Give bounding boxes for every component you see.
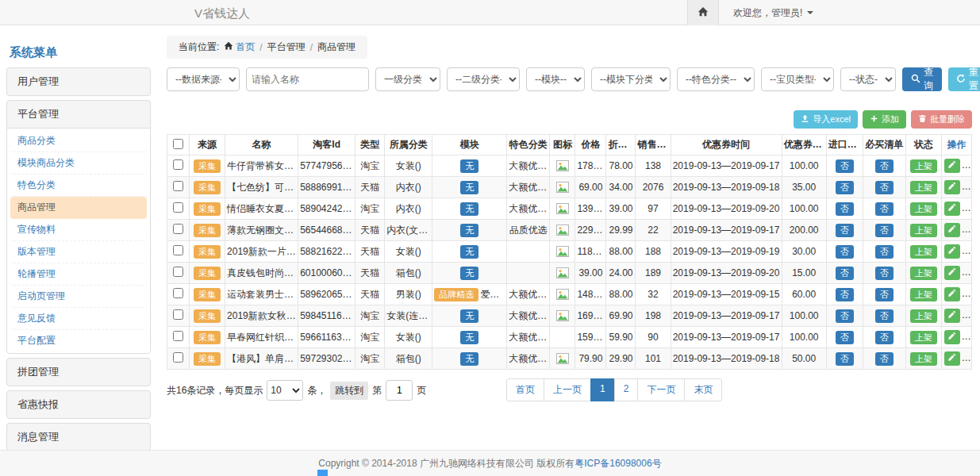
import-select-cell: 否 bbox=[826, 305, 863, 327]
must-buy-badge[interactable]: 否 bbox=[875, 159, 894, 173]
status-badge[interactable]: 上架 bbox=[910, 224, 937, 237]
filter-select[interactable]: --状态-- bbox=[840, 67, 896, 91]
row-checkbox[interactable] bbox=[173, 202, 183, 213]
edit-button[interactable] bbox=[944, 309, 960, 323]
pager-button[interactable]: 下一页 bbox=[637, 378, 685, 401]
select-all-checkbox[interactable] bbox=[173, 139, 183, 149]
import-excel-button[interactable]: 导入excel bbox=[794, 110, 858, 129]
edit-button[interactable] bbox=[944, 287, 960, 301]
status-badge[interactable]: 上架 bbox=[910, 309, 937, 323]
status-badge[interactable]: 上架 bbox=[910, 159, 937, 173]
edit-button[interactable] bbox=[944, 351, 960, 366]
coupon-amount-cell: 35.00 bbox=[782, 177, 826, 198]
status-badge[interactable]: 上架 bbox=[910, 331, 937, 344]
row-checkbox[interactable] bbox=[173, 245, 183, 255]
home-button[interactable] bbox=[687, 0, 719, 25]
import-select-badge[interactable]: 否 bbox=[836, 181, 854, 194]
sidebar-item[interactable]: 模块商品分类 bbox=[10, 152, 147, 175]
pager-button[interactable]: 上一页 bbox=[544, 378, 591, 401]
import-select-badge[interactable]: 否 bbox=[836, 331, 854, 344]
sidebar-item[interactable]: 商品分类 bbox=[10, 130, 147, 152]
sidebar-item[interactable]: 意见反馈 bbox=[10, 308, 147, 330]
reset-button[interactable]: 重置 bbox=[948, 67, 980, 91]
sidebar-item[interactable]: 版本管理 bbox=[10, 241, 147, 263]
import-select-badge[interactable]: 否 bbox=[836, 309, 854, 323]
sidebar-item[interactable]: 特色分类 bbox=[10, 175, 147, 197]
row-checkbox[interactable] bbox=[173, 181, 183, 191]
import-select-badge[interactable]: 否 bbox=[836, 288, 854, 301]
must-buy-badge[interactable]: 否 bbox=[875, 331, 894, 344]
must-buy-badge[interactable]: 否 bbox=[875, 245, 894, 259]
sidebar-group-heading[interactable]: 省惠快报 bbox=[7, 391, 150, 418]
pager-button[interactable]: 1 bbox=[590, 378, 615, 401]
filter-select[interactable]: --数据来源-- bbox=[167, 67, 240, 91]
sidebar-item[interactable]: 宣传物料 bbox=[10, 219, 147, 241]
sidebar-item[interactable]: 商品管理 bbox=[10, 197, 147, 219]
pager-button[interactable]: 末页 bbox=[684, 378, 722, 401]
filter-select[interactable]: --二级分类-- bbox=[447, 67, 520, 91]
search-button[interactable]: 查询 bbox=[902, 67, 942, 91]
icp-link[interactable]: 粤ICP备16098006号 bbox=[575, 457, 661, 470]
row-checkbox[interactable] bbox=[173, 224, 183, 234]
row-checkbox[interactable] bbox=[173, 309, 183, 320]
column-header: 销售数量 bbox=[636, 135, 671, 155]
import-select-badge[interactable]: 否 bbox=[836, 352, 854, 366]
status-badge[interactable]: 上架 bbox=[910, 181, 937, 194]
row-checkbox[interactable] bbox=[173, 288, 183, 298]
edit-button[interactable] bbox=[944, 180, 960, 194]
edit-button[interactable] bbox=[944, 159, 960, 173]
sidebar-item[interactable]: 启动页管理 bbox=[10, 286, 147, 308]
filter-select[interactable]: 一级分类 bbox=[375, 67, 440, 91]
name-search-input[interactable] bbox=[246, 67, 369, 91]
per-page-select[interactable]: 10 bbox=[267, 380, 303, 401]
status-badge[interactable]: 上架 bbox=[910, 352, 937, 366]
sidebar-group-heading[interactable]: 消息管理 bbox=[7, 424, 150, 451]
must-buy-badge[interactable]: 否 bbox=[875, 288, 894, 301]
status-badge[interactable]: 上架 bbox=[910, 202, 937, 216]
sidebar-group-heading[interactable]: 用户管理 bbox=[7, 68, 150, 95]
edit-button[interactable] bbox=[944, 223, 960, 237]
must-buy-badge[interactable]: 否 bbox=[875, 309, 894, 323]
page-number-input[interactable] bbox=[386, 380, 413, 401]
import-select-badge[interactable]: 否 bbox=[836, 224, 854, 237]
pager-button[interactable]: 2 bbox=[614, 378, 639, 401]
edit-button[interactable] bbox=[944, 330, 960, 344]
must-buy-badge[interactable]: 否 bbox=[875, 267, 894, 280]
pager-button[interactable]: 首页 bbox=[506, 378, 544, 401]
filter-select[interactable]: --宝贝类型-- bbox=[761, 67, 834, 91]
source-badge: 采集 bbox=[194, 267, 221, 280]
source-badge: 采集 bbox=[194, 309, 221, 323]
sidebar-item[interactable]: 轮播管理 bbox=[10, 263, 147, 286]
status-badge[interactable]: 上架 bbox=[910, 267, 937, 280]
edit-button[interactable] bbox=[944, 202, 960, 216]
row-checkbox[interactable] bbox=[173, 331, 183, 341]
import-select-badge[interactable]: 否 bbox=[836, 245, 854, 259]
add-button[interactable]: 添加 bbox=[863, 110, 906, 129]
status-badge[interactable]: 上架 bbox=[910, 245, 937, 259]
must-buy-badge[interactable]: 否 bbox=[875, 202, 894, 216]
user-menu[interactable]: 欢迎您，管理员! bbox=[719, 0, 813, 25]
sidebar-item[interactable]: 平台配置 bbox=[10, 330, 147, 351]
column-header: 优惠券金额 bbox=[782, 135, 826, 155]
table-row: 采集2019新款一片式系...588216228899天猫女装()无118.00… bbox=[167, 241, 972, 263]
must-buy-badge[interactable]: 否 bbox=[875, 181, 894, 194]
edit-button[interactable] bbox=[944, 244, 960, 259]
filter-select[interactable]: --特色分类-- bbox=[677, 67, 755, 91]
status-badge[interactable]: 上架 bbox=[910, 288, 937, 301]
sidebar-group-heading[interactable]: 拼团管理 bbox=[7, 359, 150, 386]
import-select-badge[interactable]: 否 bbox=[836, 267, 854, 280]
filter-select[interactable]: --模块下分类-- bbox=[591, 67, 671, 91]
breadcrumb-home-link[interactable]: 首页 bbox=[224, 40, 255, 54]
must-buy-badge[interactable]: 否 bbox=[875, 352, 894, 366]
row-checkbox[interactable] bbox=[173, 159, 183, 170]
edit-button[interactable] bbox=[944, 266, 960, 280]
sidebar-group-heading[interactable]: 平台管理 bbox=[7, 101, 150, 128]
jump-to-button[interactable]: 跳转到 bbox=[330, 382, 368, 400]
must-buy-badge[interactable]: 否 bbox=[875, 224, 894, 237]
import-select-badge[interactable]: 否 bbox=[836, 159, 854, 173]
batch-delete-button[interactable]: 批量删除 bbox=[911, 110, 972, 129]
import-select-badge[interactable]: 否 bbox=[836, 202, 854, 216]
row-checkbox[interactable] bbox=[173, 267, 183, 277]
row-checkbox[interactable] bbox=[173, 352, 183, 363]
filter-select[interactable]: --模块-- bbox=[526, 67, 585, 91]
